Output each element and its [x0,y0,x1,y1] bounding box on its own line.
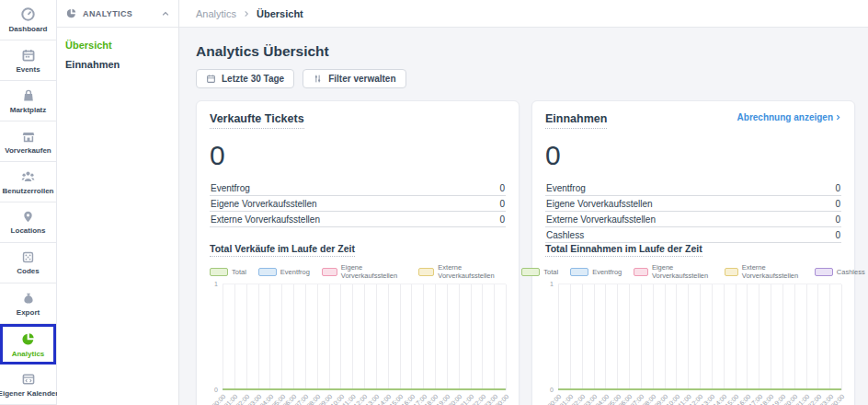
sidebar-item-label: Benutzerrollen [2,187,53,195]
y-tick: 0 [214,387,218,393]
content: Analytics Übersicht Letzte 30 Tage Filte… [179,28,868,405]
sidebar-item-dashboard[interactable]: Dashboard [0,0,56,40]
sidebar-item-marktplatz[interactable]: Marktplatz [0,81,56,122]
sliders-icon [313,74,323,84]
chevron-right-icon [243,10,250,17]
revenue-chart-title: Total Einnahmen im Laufe der Zeit [545,243,702,257]
subsidebar-item-bersicht[interactable]: Übersicht [65,37,170,53]
sidebar-item-analytics[interactable]: Analytics [0,324,56,364]
sidebar-item-export[interactable]: Export [0,284,56,324]
stat-row: Cashless0 [545,227,841,243]
stat-value: 0 [835,183,840,193]
sidebar-item-codes[interactable]: Codes [0,243,56,284]
calendar-icon [206,74,216,84]
legend-swatch [258,268,277,276]
legend-swatch [725,268,738,276]
legend-swatch [521,268,540,276]
dice-icon [21,250,35,264]
stat-label: Eventfrog [546,183,586,193]
sidebar-item-label: Eigener Kalender [0,389,58,398]
stat-row: Eigene Vorverkaufsstellen0 [210,196,506,212]
pie-chart-icon [65,7,77,19]
stat-row: Eventfrog0 [545,180,841,196]
breadcrumb-parent[interactable]: Analytics [196,8,236,19]
stat-label: Cashless [546,230,584,240]
chevron-right-icon [835,114,841,121]
stat-value: 0 [499,214,505,225]
sidebar-item-label: Locations [11,226,46,235]
legend-item-eigene-vorverkaufsstellen[interactable]: Eigene Vorverkaufsstellen [322,263,406,280]
abrechnung-link[interactable]: Abrechnung anzeigen [737,112,841,122]
legend-item-total[interactable]: Total [521,268,558,276]
chart-plot [558,284,841,390]
legend-swatch [210,268,228,276]
main-area: Analytics Übersicht Analytics Übersicht … [179,0,868,405]
legend-label: Total [543,268,558,276]
y-axis: 10 [545,284,556,390]
legend-swatch [418,268,434,276]
analytics-subsidebar: ANALYTICS ÜbersichtEinnahmen [57,0,179,405]
legend-item-externe-vorverkaufsstellen[interactable]: Externe Vorverkaufsstellen [418,263,506,280]
breadcrumb-current: Übersicht [257,8,303,19]
legend-label: Eventfrog [280,268,310,276]
subsidebar-header[interactable]: ANALYTICS [57,0,178,28]
pie-chart-icon [20,331,36,347]
chart-legend: TotalEventfrogEigene VorverkaufsstellenE… [210,263,506,280]
stat-row: Eventfrog0 [210,180,506,196]
sidebar-item-label: Events [16,65,40,74]
legend-label: Eigene Vorverkaufsstellen [341,263,407,280]
legend-item-eventfrog[interactable]: Eventfrog [570,268,622,276]
tickets-card-title: Verkaufte Tickets [210,112,304,129]
filter-label: Filter verwalten [328,74,395,84]
sidebar-item-benutzerrollen[interactable]: Benutzerrollen [0,162,56,202]
revenue-card: Einnahmen Abrechnung anzeigen 0 Eventfro… [531,100,855,405]
abrechnung-link-label: Abrechnung anzeigen [737,112,833,122]
sidebar-item-events[interactable]: Events [0,40,56,81]
stat-label: Externe Vorverkaufsstellen [546,214,656,225]
legend-item-eventfrog[interactable]: Eventfrog [258,268,310,276]
legend-label: Cashless [837,268,865,276]
calendar-icon [21,48,36,63]
legend-item-eigene-vorverkaufsstellen[interactable]: Eigene Vorverkaufsstellen [634,263,712,280]
users-icon [20,168,36,184]
sidebar-item-label: Marktplatz [10,106,47,114]
tickets-chart-title: Total Verkäufe im Laufe der Zeit [210,243,355,257]
stat-label: Eigene Vorverkaufsstellen [211,199,317,209]
filter-button[interactable]: Filter verwalten [303,69,405,88]
sidebar-item-locations[interactable]: Locations [0,202,56,243]
subsidebar-item-einnahmen[interactable]: Einnahmen [65,56,170,73]
legend-label: Externe Vorverkaufsstellen [438,263,506,280]
legend-item-externe-vorverkaufsstellen[interactable]: Externe Vorverkaufsstellen [725,263,803,280]
sidebar-item-label: Analytics [12,350,45,358]
map-pin-icon [21,210,35,224]
sidebar-item-label: Export [17,308,40,317]
storefront-icon [21,129,36,144]
legend-label: Total [232,268,246,276]
stat-row: Externe Vorverkaufsstellen0 [210,212,506,227]
legend-label: Eigene Vorverkaufsstellen [652,263,713,280]
tickets-breakdown: Eventfrog0Eigene Vorverkaufsstellen0Exte… [210,180,506,227]
stat-label: Eventfrog [211,183,250,193]
cards-row: Verkaufte Tickets 0 Eventfrog0Eigene Vor… [196,100,855,405]
revenue-card-title: Einnahmen [545,112,607,129]
sidebar-item-label: Codes [17,267,39,275]
stat-label: Externe Vorverkaufsstellen [211,214,320,225]
legend-swatch [815,268,833,276]
chart-plot [223,284,506,390]
legend-swatch [570,268,588,276]
tickets-total: 0 [210,142,506,169]
revenue-chart: Total Einnahmen im Laufe der Zeit TotalE… [545,243,841,405]
y-axis: 10 [210,284,221,390]
date-range-button[interactable]: Letzte 30 Tage [196,69,294,88]
y-tick: 1 [550,281,554,287]
legend-item-total[interactable]: Total [210,268,246,276]
sidebar-item-vorverkaufen[interactable]: Vorverkaufen [0,122,56,162]
stat-value: 0 [835,214,840,225]
page-title: Analytics Übersicht [196,43,855,60]
legend-item-cashless[interactable]: Cashless [815,268,865,276]
sidebar-item-eigener-kalender[interactable]: Eigener Kalender [0,364,56,405]
breadcrumb: Analytics Übersicht [179,0,868,28]
x-axis: 00:0001:0002:0003:0004:0005:0006:0007:00… [558,390,841,405]
chevron-up-icon[interactable] [161,9,170,18]
legend-label: Eventfrog [592,268,622,276]
